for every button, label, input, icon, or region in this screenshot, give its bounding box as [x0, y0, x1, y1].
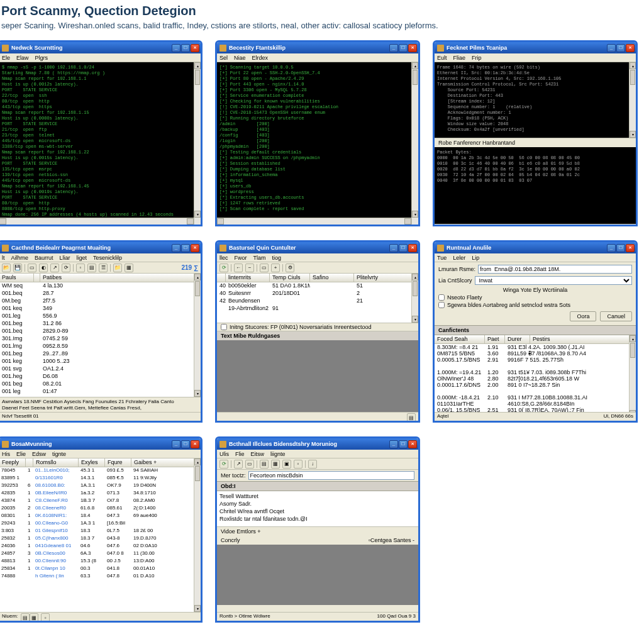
scroll-down[interactable]: ▾	[194, 211, 201, 218]
menu-item[interactable]: tiog	[272, 255, 282, 261]
status-icon[interactable]: ▦	[30, 613, 38, 622]
list-row[interactable]: 001.beg31.2 86	[0, 320, 201, 328]
list-row[interactable]: 1.000M: =19.4.211.20931 t51¥ 7.03. i089.…	[435, 369, 636, 375]
toolbar-btn[interactable]: ▦	[271, 460, 280, 469]
toolbar-btn[interactable]: ▭	[260, 264, 269, 272]
scroll-up[interactable]: ▴	[194, 458, 201, 465]
list-row[interactable]: 001 svgOA1.2.4	[0, 365, 201, 373]
scroll-up[interactable]: ▴	[630, 62, 636, 69]
column-header[interactable]: Safino	[310, 274, 354, 282]
maximize-button[interactable]: □	[616, 244, 625, 252]
column-header[interactable]	[34, 274, 40, 282]
maximize-button[interactable]: □	[181, 44, 190, 52]
list-row[interactable]: 001.beq28.7	[0, 290, 201, 297]
maximize-button[interactable]: □	[181, 440, 190, 448]
list-row[interactable]: 001.hegD6.08	[0, 373, 201, 380]
list-row[interactable]	[435, 388, 636, 394]
menu-item[interactable]: Plgrs	[35, 55, 48, 61]
scroll-up[interactable]: ▴	[194, 274, 201, 280]
scroll-down[interactable]: ▾	[630, 131, 636, 138]
toolbar-btn[interactable]: ▤	[260, 460, 269, 469]
checkbox-option2[interactable]	[438, 302, 445, 308]
list-row[interactable]: 2583410t.CIlanpn 1000.3041.800.01A10	[0, 565, 201, 573]
toolbar-add-icon[interactable]: +	[271, 264, 280, 272]
list-row[interactable]: 301.Img0745.2 59	[0, 335, 201, 343]
toolbar-settings-icon[interactable]: ⚙	[286, 264, 294, 272]
minimize-button[interactable]: _	[389, 244, 398, 252]
toolbar-refresh-icon[interactable]: ⟳	[219, 264, 228, 272]
scroll-thumb[interactable]	[413, 70, 418, 85]
list-row[interactable]: 8.303M: =8.4 211.91931 E3l 4.2A. 1009.38…	[435, 344, 636, 350]
menu-item[interactable]: Sel	[219, 55, 228, 61]
scroll-down[interactable]: ▾	[194, 390, 201, 397]
list-row[interactable]: 438741C8.CileneF.R01B.3 7Oi7.808.2:AM0	[0, 497, 201, 505]
menu-item[interactable]: Leler	[453, 255, 465, 261]
menu-item[interactable]: Frip	[472, 55, 482, 61]
menu-item[interactable]: Elaw	[16, 55, 29, 61]
status-icon[interactable]: ▤	[407, 413, 416, 422]
scroll-thumb[interactable]	[195, 281, 200, 296]
close-button[interactable]: ×	[408, 244, 417, 252]
menu-item[interactable]: His	[2, 451, 10, 457]
menu-item[interactable]: Niae	[234, 55, 246, 61]
filter-input[interactable]	[248, 471, 414, 480]
list-row[interactable]: 0M8715 5/BN53.60891L59 Ƀ7 /81068A.39 8.7…	[435, 350, 636, 357]
close-button[interactable]: ×	[191, 244, 199, 252]
scroll-up[interactable]: ▴	[412, 62, 418, 69]
close-button[interactable]: ×	[626, 244, 635, 252]
list-row[interactable]: 2485730B.CIlesos006A.3047.0 811 (30.00	[0, 550, 201, 558]
tree-item[interactable]: Chritel W/rea avntfl Ocqet	[219, 508, 416, 515]
menu-item[interactable]: Lliar	[60, 255, 70, 261]
list-row[interactable]: 001 keg1000 5..23	[0, 358, 201, 365]
menu-item[interactable]: tignte	[52, 451, 66, 457]
minimize-button[interactable]: _	[607, 244, 616, 252]
list-row[interactable]: 19-Abrtrndliton291	[217, 305, 418, 313]
toolbar-back-icon[interactable]: ←	[234, 264, 243, 272]
menu-item[interactable]: Ailhme	[11, 255, 29, 261]
column-header[interactable]	[26, 458, 33, 467]
list-row[interactable]: 29243100.CIleano-G01A.3 1[16.5:Bil	[0, 520, 201, 528]
list-row[interactable]: 392253608.61008.B0:1A.3.1OK7.919 D400N	[0, 482, 201, 490]
list-row[interactable]: 0.0001.17.6/DNS2.00891 0 I7~18.28.7 Sin	[435, 382, 636, 388]
column-header[interactable]: lintemrits	[226, 274, 270, 282]
menu-item[interactable]: Flie	[235, 451, 245, 457]
minimize-button[interactable]: _	[607, 44, 616, 52]
scroll-up[interactable]: ▴	[194, 62, 201, 69]
list-row[interactable]: 0.000M: -18.4.212.10931 I M77.28.10B8.10…	[435, 394, 636, 401]
menu-item[interactable]: Ulis	[219, 451, 229, 457]
checkbox-option1[interactable]	[438, 294, 445, 301]
scroll-thumb[interactable]	[630, 70, 635, 85]
category-select[interactable]: Inwat	[475, 276, 632, 285]
list-row[interactable]: 42Beundensen21	[217, 297, 418, 305]
list-row[interactable]: 001.lmg0952.8.59	[0, 343, 201, 350]
column-header[interactable]: Romsllo	[33, 458, 79, 467]
column-header[interactable]: Temp Ciuls	[270, 274, 310, 282]
terminal-output[interactable]: [*] Scanning target 10.0.0.5 [+] Port 22…	[217, 62, 418, 226]
cancel-button[interactable]: Canuel	[600, 311, 632, 321]
menu-item[interactable]: Elrdex	[252, 55, 269, 61]
list-row[interactable]: WM seq4 la.130	[0, 282, 201, 290]
scroll-thumb[interactable]	[413, 281, 418, 296]
toolbar-btn[interactable]: ↗	[234, 460, 243, 469]
toolbar-btn[interactable]: ↗	[50, 264, 59, 272]
minimize-button[interactable]: _	[172, 440, 180, 448]
list-row[interactable]: 0.0005.17.5/BNS2.919916F 7 515. 25.77Sh	[435, 357, 636, 363]
list-row[interactable]: 001 leg01:47	[0, 388, 201, 396]
minimize-button[interactable]: _	[389, 440, 398, 448]
process-list[interactable]: WM seq4 la.130001.beq28.70M.beg2f7.5001 …	[0, 282, 201, 396]
list-row[interactable]: 25832105.C(Ihanx80018.3 7043-819.D.8J70	[0, 535, 201, 543]
menu-item[interactable]: Eitsw	[251, 451, 265, 457]
menu-item[interactable]: lt	[2, 255, 5, 261]
menu-item[interactable]: llec	[219, 255, 228, 261]
menu-item[interactable]: Fwor	[235, 255, 247, 261]
scroll-down[interactable]: ▾	[194, 605, 201, 612]
name-input[interactable]	[478, 265, 632, 274]
scroll-left[interactable]	[0, 218, 6, 225]
menu-item[interactable]: Baurrut	[35, 255, 53, 261]
scroll-right-btn[interactable]	[187, 218, 194, 225]
result-list[interactable]: 40b0050ekler51 DA0 1.8K1M5140Suitesnrr20…	[217, 282, 418, 313]
list-row[interactable]: 240361041Gdeane8 0104.6047.602 D:0A10	[0, 543, 201, 550]
status-icon[interactable]: ▤	[21, 613, 30, 622]
packet-details[interactable]: Frame 1648: 74 bytes on wire (592 bits) …	[435, 62, 636, 138]
menu-item[interactable]: Ele	[2, 55, 10, 61]
